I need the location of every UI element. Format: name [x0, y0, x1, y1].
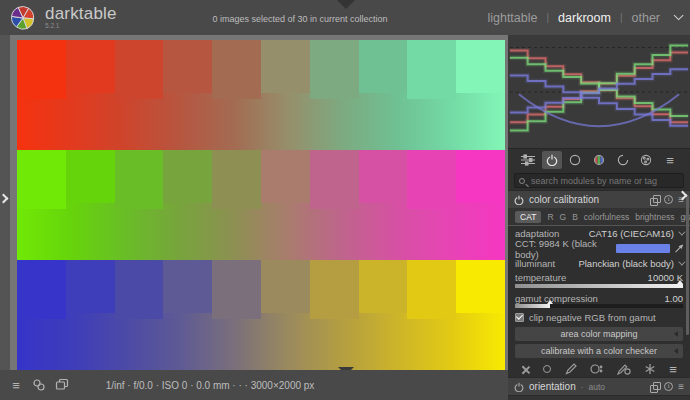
right-panel: ≡ color calibration i ≡ CAT R G B colorf…: [508, 35, 690, 400]
illuminant-label: illuminant: [515, 258, 555, 269]
tab-b[interactable]: B: [572, 212, 578, 222]
chart-step-patch: [115, 40, 164, 99]
chart-step-patch: [310, 150, 359, 209]
cct-row: CCT: 9984 K (black body): [508, 241, 690, 256]
chart-step-patch: [212, 40, 261, 99]
parametric-mask-icon[interactable]: [590, 363, 603, 375]
drawn-mask-icon[interactable]: [565, 363, 577, 375]
chart-step-patch: [359, 150, 408, 203]
view-separator: |: [546, 12, 549, 23]
presets-menu-icon[interactable]: ≡: [660, 151, 680, 169]
color-picker-icon[interactable]: [674, 244, 683, 254]
module-subtitle-dot: ·: [581, 382, 584, 392]
chart-step-patch: [17, 40, 66, 99]
image-color-test-chart[interactable]: [17, 40, 505, 370]
search-icon: [519, 178, 525, 184]
temperature-row: temperature 10000 K: [508, 271, 690, 283]
info-icon[interactable]: i: [664, 382, 673, 391]
chart-step-patch: [456, 150, 505, 203]
module-power-icon[interactable]: [514, 195, 524, 205]
chart-step-patch: [163, 40, 212, 93]
chart-step-patch: [407, 150, 456, 209]
color-group-icon[interactable]: [589, 151, 609, 169]
temperature-label: temperature: [515, 272, 566, 283]
multi-instance-icon[interactable]: [650, 382, 659, 391]
view-darkroom[interactable]: darkroom: [558, 11, 611, 25]
slider-fill: [515, 284, 683, 288]
illuminant-row[interactable]: illuminant Planckian (black body): [508, 256, 690, 271]
chart-step-patch: [17, 150, 66, 209]
chart-band-blue-to-yellow: [17, 260, 505, 370]
illuminant-color-swatch: [616, 244, 670, 253]
exif-summary: 1/inf · f/0.0 · ISO 0 · 0.0 mm · · · 300…: [106, 380, 315, 391]
area-color-mapping-button[interactable]: area color mapping: [515, 327, 683, 341]
chevron-down-icon: [678, 229, 685, 236]
drawn-and-parametric-mask-icon[interactable]: [617, 363, 631, 375]
collapse-triangle-icon: [674, 348, 678, 354]
blend-off-icon[interactable]: [521, 365, 530, 374]
chart-step-patch: [407, 40, 456, 99]
chart-step-patch: [212, 150, 261, 209]
illuminant-value[interactable]: Planckian (black body): [578, 258, 674, 269]
pipeline-sliders-icon[interactable]: [518, 151, 538, 169]
gamut-compression-slider[interactable]: [515, 304, 683, 308]
color-calibration-tabs: CAT R G B colorfulness brightness gray: [508, 208, 690, 226]
menu-icon[interactable]: ≡: [8, 377, 24, 393]
tab-colorfulness[interactable]: colorfulness: [584, 212, 629, 222]
waveform-histogram[interactable]: [508, 35, 690, 149]
darkroom-canvas: [0, 35, 508, 370]
tab-g[interactable]: G: [560, 212, 567, 222]
module-subtitle: auto: [589, 382, 606, 392]
tab-cat[interactable]: CAT: [515, 211, 541, 223]
tab-brightness[interactable]: brightness: [635, 212, 674, 222]
chart-step-patch: [66, 260, 115, 313]
blending-menu-icon[interactable]: ≡: [669, 363, 677, 376]
module-group-switcher: ≡: [508, 149, 690, 171]
blend-mask-toolbar: ≡: [508, 361, 690, 377]
view-other[interactable]: other: [632, 11, 661, 25]
gamut-label: gamut compression: [515, 293, 598, 304]
view-separator: |: [620, 12, 623, 23]
views-chevron-down-icon[interactable]: [674, 10, 684, 20]
color-calibration-header[interactable]: color calibration i ≡: [508, 190, 690, 208]
chart-step-patch: [359, 260, 408, 313]
orientation-header[interactable]: orientation · auto i ≡: [508, 377, 690, 395]
color-labels-icon[interactable]: [31, 377, 47, 393]
chevron-down-icon: [678, 259, 685, 266]
clip-negative-rgb-checkbox[interactable]: [515, 313, 524, 322]
chart-step-patch: [261, 260, 310, 313]
multi-instance-icon[interactable]: [650, 195, 659, 204]
chart-step-patch: [456, 40, 505, 93]
blend-uniformly-icon[interactable]: [543, 365, 551, 373]
top-panel-expander-icon[interactable]: [337, 0, 355, 9]
calibrate-color-checker-button[interactable]: calibrate with a color checker: [515, 344, 683, 358]
left-panel-strip: [0, 35, 10, 370]
chart-step-patch: [310, 260, 359, 319]
chart-band-green-to-magenta: [17, 150, 505, 260]
module-order-row[interactable]: module order v5.0 JPEG i ≡: [508, 395, 690, 400]
slider-fill: [515, 304, 550, 308]
module-search-row: [508, 171, 690, 190]
chart-step-patch: [163, 150, 212, 203]
view-lighttable[interactable]: lighttable: [487, 11, 537, 25]
chart-step-patch: [456, 260, 505, 313]
module-title: color calibration: [529, 194, 599, 205]
tab-r[interactable]: R: [547, 212, 553, 222]
module-search-box[interactable]: [514, 173, 684, 188]
slider-marker[interactable]: [547, 300, 553, 304]
presets-icon[interactable]: ≡: [678, 382, 684, 392]
active-modules-group-icon[interactable]: [542, 151, 562, 169]
module-search-input[interactable]: [529, 175, 679, 187]
chart-step-patch: [115, 260, 164, 319]
module-power-icon[interactable]: [514, 382, 524, 392]
effects-group-icon[interactable]: [636, 151, 656, 169]
temperature-slider[interactable]: [515, 284, 683, 288]
basic-group-icon[interactable]: [565, 151, 585, 169]
raster-mask-icon[interactable]: [644, 363, 656, 375]
info-icon[interactable]: i: [664, 195, 673, 204]
slider-marker[interactable]: [677, 280, 683, 284]
right-panel-scrollbar[interactable]: [686, 195, 689, 335]
duplicates-icon[interactable]: [54, 377, 70, 393]
correct-group-icon[interactable]: [613, 151, 633, 169]
module-title: orientation: [529, 381, 576, 392]
